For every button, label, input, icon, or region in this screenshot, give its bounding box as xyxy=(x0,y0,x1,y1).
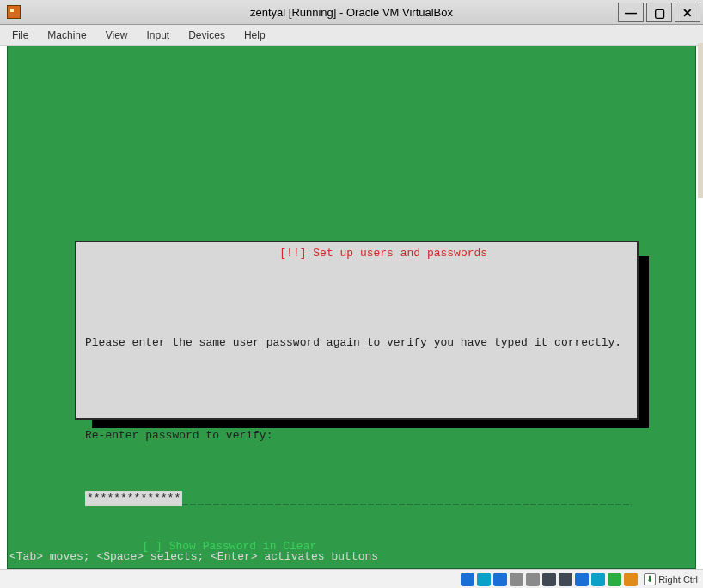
display-icon[interactable] xyxy=(559,573,572,586)
menubar: File Machine View Input Devices Help xyxy=(0,25,703,46)
background-edge xyxy=(698,43,703,198)
menu-help[interactable]: Help xyxy=(241,28,269,43)
installer-screen: [!!] Set up users and passwords Please e… xyxy=(8,46,695,568)
password-mask: ************** xyxy=(85,491,182,506)
dialog-message: Please enter the same user password agai… xyxy=(85,334,628,352)
dialog-title: [!!] Set up users and passwords xyxy=(276,247,491,260)
vm-statusbar: ⬇ Right Ctrl xyxy=(0,569,703,588)
keyboard-hint: <Tab> moves; <Space> selects; <Enter> ac… xyxy=(8,550,378,563)
hard-disk-icon[interactable] xyxy=(461,573,474,586)
window-title: zentyal [Running] - Oracle VM VirtualBox xyxy=(0,6,703,19)
menu-machine[interactable]: Machine xyxy=(44,28,89,43)
app-icon xyxy=(7,5,21,19)
menu-file[interactable]: File xyxy=(9,28,32,43)
password-field-fill xyxy=(182,491,632,506)
usb-icon[interactable] xyxy=(526,573,540,586)
dialog-body: Please enter the same user password agai… xyxy=(85,300,628,588)
menu-view[interactable]: View xyxy=(102,28,131,43)
window-buttons: — ▢ ✕ xyxy=(618,0,703,24)
dialog-prompt: Re-enter password to verify: xyxy=(85,427,628,444)
dialog-title-row: [!!] Set up users and passwords xyxy=(76,234,637,273)
menu-input[interactable]: Input xyxy=(144,28,174,43)
window-titlebar: zentyal [Running] - Oracle VM VirtualBox… xyxy=(0,0,703,25)
recording-icon[interactable] xyxy=(575,573,589,586)
optical-disk-icon[interactable] xyxy=(477,573,491,586)
host-key-indicator: ⬇ Right Ctrl xyxy=(644,573,698,585)
password-field[interactable]: ************** xyxy=(85,491,632,506)
vm-display: [!!] Set up users and passwords Please e… xyxy=(7,46,696,569)
audio-icon[interactable] xyxy=(493,573,507,586)
network-icon[interactable] xyxy=(510,573,523,586)
host-key-arrow-icon: ⬇ xyxy=(644,573,656,585)
keyboard-capture-icon[interactable] xyxy=(624,573,638,586)
minimize-button[interactable]: — xyxy=(618,3,644,22)
host-key-label: Right Ctrl xyxy=(658,574,698,585)
password-setup-dialog: [!!] Set up users and passwords Please e… xyxy=(75,241,639,420)
mouse-integration-icon[interactable] xyxy=(608,573,621,586)
shared-folders-icon[interactable] xyxy=(542,573,556,586)
close-button[interactable]: ✕ xyxy=(675,3,700,22)
menu-devices[interactable]: Devices xyxy=(185,28,229,43)
maximize-button[interactable]: ▢ xyxy=(646,3,672,22)
processor-icon[interactable] xyxy=(591,573,605,586)
